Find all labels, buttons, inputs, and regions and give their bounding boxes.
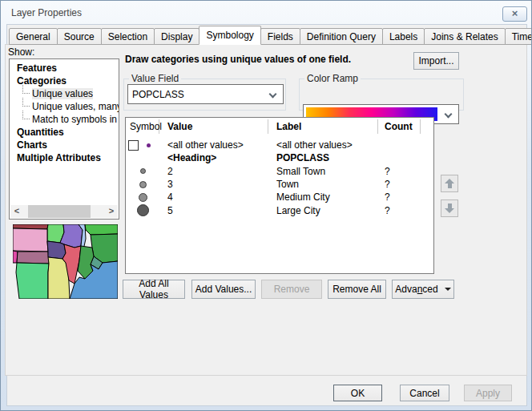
column-header-symbol[interactable]: Symbol xyxy=(126,119,159,134)
tree-connector-icon xyxy=(22,85,30,94)
point-symbol-icon[interactable] xyxy=(137,204,149,216)
chevron-down-icon xyxy=(445,111,453,119)
remove-all-button[interactable]: Remove All xyxy=(328,280,386,299)
point-symbol-icon[interactable] xyxy=(139,181,147,188)
tree-item-quantities[interactable]: Quantities xyxy=(10,126,119,139)
point-symbol-icon[interactable] xyxy=(139,193,147,202)
tab-strip: General Source Selection Display Symbolo… xyxy=(9,28,532,45)
ok-button[interactable]: OK xyxy=(333,385,382,401)
color-ramp-label: Color Ramp xyxy=(304,73,361,84)
tab-symbology[interactable]: Symbology xyxy=(199,26,260,45)
tree-connector-icon xyxy=(22,98,30,107)
chevron-down-icon xyxy=(269,91,277,99)
show-label: Show: xyxy=(8,46,34,58)
remove-button: Remove xyxy=(261,280,322,299)
scroll-right-icon[interactable]: > xyxy=(105,205,118,218)
table-row-all-other-values[interactable]: <all other values> <all other values> xyxy=(126,139,433,151)
table-header: Symbol Value Label Count xyxy=(126,118,433,135)
arrow-down-icon xyxy=(445,208,454,213)
unique-values-table: Symbol Value Label Count <all other valu… xyxy=(125,117,434,274)
tree-item-features[interactable]: Features xyxy=(10,62,119,75)
tab-source[interactable]: Source xyxy=(57,28,102,45)
tree-horizontal-scrollbar[interactable]: < > xyxy=(10,205,118,218)
window-title: Layer Properties xyxy=(11,7,82,18)
tab-general[interactable]: General xyxy=(9,28,58,45)
point-symbol-icon xyxy=(147,143,151,147)
value-field-dropdown[interactable]: POPCLASS xyxy=(127,84,284,104)
advanced-button[interactable]: Advanced xyxy=(392,280,454,299)
tab-display[interactable]: Display xyxy=(154,28,200,45)
states-preview-image xyxy=(13,224,118,299)
column-header-value[interactable]: Value xyxy=(159,119,268,134)
tree-item-match-symbols[interactable]: Match to symbols in a xyxy=(10,113,119,126)
tree-item-multiple-attributes[interactable]: Multiple Attributes xyxy=(10,151,119,164)
cancel-button[interactable]: Cancel xyxy=(400,385,449,401)
all-other-values-checkbox[interactable] xyxy=(128,140,139,151)
column-header-label[interactable]: Label xyxy=(268,119,378,134)
tab-labels[interactable]: Labels xyxy=(382,28,425,45)
tree-connector-icon xyxy=(22,111,30,119)
dropdown-caret-icon xyxy=(445,288,451,291)
column-header-count[interactable]: Count xyxy=(378,119,421,134)
table-row-value-3[interactable]: 3 Town ? xyxy=(126,178,433,191)
apply-button: Apply xyxy=(464,385,512,401)
close-icon[interactable]: × xyxy=(502,6,527,22)
table-row-heading[interactable]: <Heading> POPCLASS xyxy=(126,151,433,164)
import-button[interactable]: Import... xyxy=(413,52,459,70)
move-value-down-button[interactable] xyxy=(441,199,458,217)
tab-selection[interactable]: Selection xyxy=(101,28,155,45)
tab-joins-relates[interactable]: Joins & Relates xyxy=(424,28,505,45)
draw-method-description: Draw categories using unique values of o… xyxy=(125,54,351,65)
add-values-button[interactable]: Add Values... xyxy=(191,280,256,299)
scroll-left-icon[interactable]: < xyxy=(10,205,23,218)
map-preview xyxy=(13,224,118,299)
tree-item-charts[interactable]: Charts xyxy=(10,139,119,151)
value-field-selected-value: POPCLASS xyxy=(132,89,184,100)
table-row-value-5[interactable]: 5 Large City ? xyxy=(126,203,433,216)
add-all-values-button[interactable]: Add All Values xyxy=(123,280,185,299)
scrollbar-thumb[interactable] xyxy=(28,205,91,218)
symbology-method-tree: Features Categories Unique values Unique… xyxy=(9,58,119,220)
value-field-label: Value Field xyxy=(129,73,181,84)
table-row-value-4[interactable]: 4 Medium City ? xyxy=(126,191,433,203)
tab-definition-query[interactable]: Definition Query xyxy=(300,28,383,45)
tab-fields[interactable]: Fields xyxy=(260,28,300,45)
point-symbol-icon[interactable] xyxy=(140,168,146,174)
table-row-value-2[interactable]: 2 Small Town ? xyxy=(126,165,433,178)
layer-properties-dialog: Layer Properties × General Source Select… xyxy=(0,0,532,411)
move-value-up-button[interactable] xyxy=(441,175,458,192)
tab-time[interactable]: Time xyxy=(505,28,532,45)
